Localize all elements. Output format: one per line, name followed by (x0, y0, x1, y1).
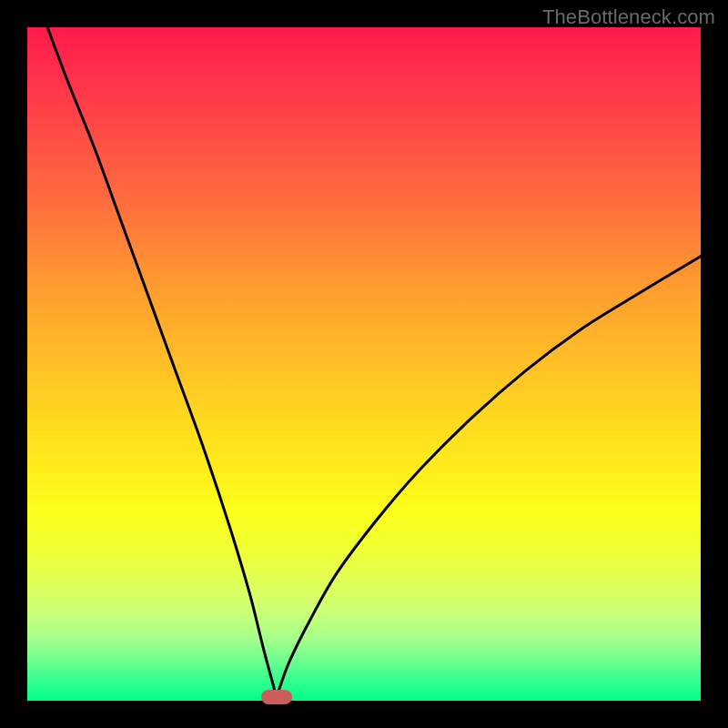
min-marker (261, 690, 292, 704)
plot-area (27, 27, 701, 701)
chart-frame: TheBottleneck.com (0, 0, 728, 728)
curve-layer (27, 27, 701, 701)
watermark-text: TheBottleneck.com (542, 5, 715, 29)
bottleneck-curve (47, 27, 701, 697)
